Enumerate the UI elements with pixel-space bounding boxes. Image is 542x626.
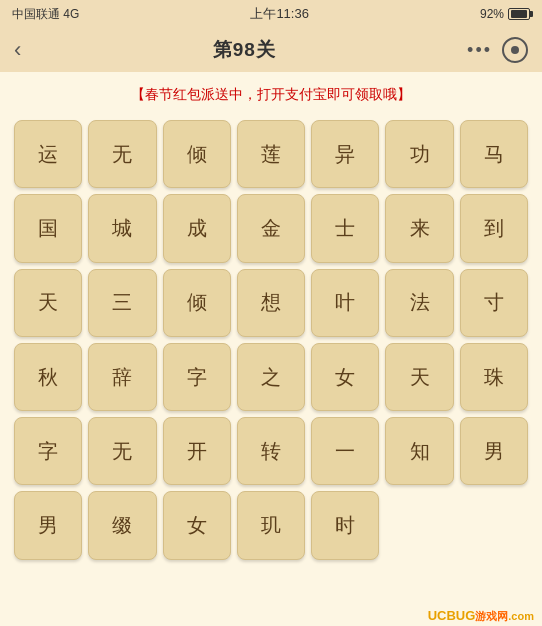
tile-empty (385, 491, 453, 559)
tile[interactable]: 玑 (237, 491, 305, 559)
main-content: 【春节红包派送中，打开支付宝即可领取哦】 运无倾莲异功马国城成金士来到天三倾想叶… (0, 72, 542, 626)
tile-empty (460, 491, 528, 559)
tile[interactable]: 男 (14, 491, 82, 559)
tile[interactable]: 无 (88, 417, 156, 485)
banner-text: 【春节红包派送中，打开支付宝即可领取哦】 (131, 86, 411, 102)
tile[interactable]: 无 (88, 120, 156, 188)
tile[interactable]: 天 (385, 343, 453, 411)
target-icon (511, 46, 519, 54)
tile[interactable]: 男 (460, 417, 528, 485)
watermark-text: UCBUG游戏网.com (428, 608, 534, 623)
tile[interactable]: 时 (311, 491, 379, 559)
battery-fill (511, 10, 527, 18)
tile[interactable]: 珠 (460, 343, 528, 411)
battery-icon (508, 8, 530, 20)
tile[interactable]: 寸 (460, 269, 528, 337)
page-wrapper: 中国联通 4G 上午11:36 92% ‹ 第98关 ••• 【春节红包派送中，… (0, 0, 542, 626)
tile[interactable]: 功 (385, 120, 453, 188)
tile[interactable]: 女 (311, 343, 379, 411)
tile[interactable]: 城 (88, 194, 156, 262)
tile[interactable]: 莲 (237, 120, 305, 188)
tile[interactable]: 字 (14, 417, 82, 485)
tile[interactable]: 开 (163, 417, 231, 485)
tile[interactable]: 法 (385, 269, 453, 337)
tile-empty (14, 566, 82, 626)
tile[interactable]: 来 (385, 194, 453, 262)
back-button[interactable]: ‹ (14, 39, 21, 61)
time-label: 上午11:36 (250, 5, 309, 23)
tile[interactable]: 三 (88, 269, 156, 337)
tile[interactable]: 女 (163, 491, 231, 559)
nav-bar: ‹ 第98关 ••• (0, 28, 542, 72)
tile[interactable]: 国 (14, 194, 82, 262)
tile[interactable]: 倾 (163, 269, 231, 337)
tile[interactable]: 转 (237, 417, 305, 485)
page-title: 第98关 (213, 37, 276, 63)
target-button[interactable] (502, 37, 528, 63)
tile[interactable]: 秋 (14, 343, 82, 411)
tile[interactable]: 想 (237, 269, 305, 337)
tile[interactable]: 金 (237, 194, 305, 262)
banner: 【春节红包派送中，打开支付宝即可领取哦】 (14, 80, 528, 110)
watermark: UCBUG游戏网.com (428, 608, 534, 624)
tile[interactable]: 知 (385, 417, 453, 485)
tile[interactable]: 到 (460, 194, 528, 262)
tile[interactable]: 叶 (311, 269, 379, 337)
tile[interactable]: 天 (14, 269, 82, 337)
tile[interactable]: 缀 (88, 491, 156, 559)
tile[interactable]: 运 (14, 120, 82, 188)
tile[interactable]: 辞 (88, 343, 156, 411)
tile[interactable]: 士 (311, 194, 379, 262)
tile[interactable]: 之 (237, 343, 305, 411)
tile[interactable]: 成 (163, 194, 231, 262)
status-bar: 中国联通 4G 上午11:36 92% (0, 0, 542, 28)
battery-pct-label: 92% (480, 7, 504, 21)
nav-right-group: ••• (467, 37, 528, 63)
carrier-label: 中国联通 4G (12, 6, 79, 23)
battery-tip (530, 11, 533, 17)
status-right: 92% (480, 7, 530, 21)
character-grid: 运无倾莲异功马国城成金士来到天三倾想叶法寸秋辞字之女天珠字无开转一知男男缀女玑时 (14, 116, 528, 626)
tile[interactable]: 倾 (163, 120, 231, 188)
tile[interactable]: 字 (163, 343, 231, 411)
tile[interactable]: 一 (311, 417, 379, 485)
tile[interactable]: 马 (460, 120, 528, 188)
tile[interactable]: 异 (311, 120, 379, 188)
more-button[interactable]: ••• (467, 40, 492, 61)
